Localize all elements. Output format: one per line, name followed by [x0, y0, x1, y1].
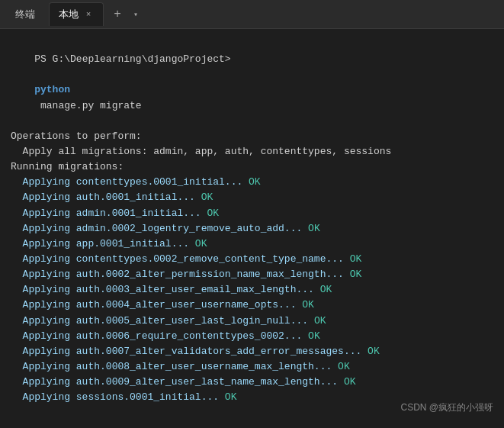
tab-local-label: 本地	[59, 8, 79, 21]
terminal-line: Applying auth.0009_alter_user_last_name_…	[11, 375, 493, 390]
terminal-line: Applying app.0001_initial... OK	[11, 237, 493, 252]
terminal-line: Applying auth.0005_alter_user_last_login…	[11, 314, 493, 329]
terminal-output: PS G:\Deeplearning\djangoProject> python…	[0, 29, 504, 428]
command-rest: manage.py migrate	[34, 100, 141, 111]
python-keyword: python	[34, 84, 70, 95]
terminal-line: Operations to perform:	[11, 129, 493, 144]
watermark: CSDN @疯狂的小强呀	[400, 401, 493, 414]
prompt-text: PS G:\Deeplearning\djangoProject>	[34, 53, 230, 65]
terminal-line: Applying auth.0002_alter_permission_name…	[11, 267, 493, 282]
terminal-line: Running migrations:	[11, 159, 493, 175]
terminal-command-line: PS G:\Deeplearning\djangoProject> python…	[11, 37, 493, 129]
terminal-line: Apply all migrations: admin, app, auth, …	[11, 144, 493, 159]
terminal-line: Applying auth.0003_alter_user_email_max_…	[11, 282, 493, 298]
terminal-line: Applying auth.0008_alter_user_username_m…	[11, 359, 493, 375]
terminal-line: Applying auth.0006_require_contenttypes_…	[11, 329, 493, 344]
tab-terminal-label: 终端	[15, 8, 35, 21]
terminal-line: Applying auth.0007_alter_validators_add_…	[11, 344, 493, 359]
tab-bar: 终端 本地 × + ▾	[0, 0, 504, 29]
tab-dropdown-button[interactable]: ▾	[128, 4, 143, 25]
chevron-down-icon: ▾	[133, 10, 138, 19]
add-icon: +	[114, 8, 121, 21]
tab-add-button[interactable]: +	[107, 4, 128, 25]
terminal-line: Applying auth.0004_alter_user_username_o…	[11, 298, 493, 313]
terminal-line: Applying admin.0001_initial... OK	[11, 206, 493, 221]
tab-local[interactable]: 本地 ×	[49, 2, 104, 26]
terminal-line: Applying contenttypes.0002_remove_conten…	[11, 252, 493, 267]
terminal-line: Applying auth.0001_initial... OK	[11, 190, 493, 205]
terminal-line: Applying admin.0002_logentry_remove_auto…	[11, 221, 493, 237]
terminal-line: Applying contenttypes.0001_initial... OK	[11, 175, 493, 190]
tab-close-icon[interactable]: ×	[83, 9, 94, 20]
terminal-lines: Operations to perform: Apply all migrati…	[11, 129, 493, 406]
tab-terminal[interactable]: 终端	[6, 3, 49, 26]
